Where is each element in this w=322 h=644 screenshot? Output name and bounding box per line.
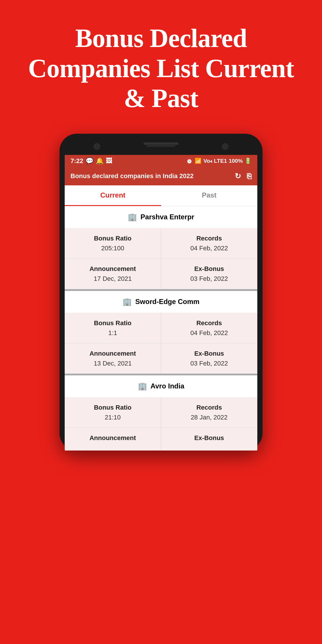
company-block-2: 🏢 Avro India Bonus Ratio 21:10 Records 2…: [65, 375, 257, 451]
app-bar-icons: ↻ ⎘: [235, 172, 252, 181]
label-exbonus-0: Ex-Bonus: [168, 265, 250, 273]
wifi-icon: 📶: [195, 158, 202, 164]
value-announcement-0: 17 Dec, 2021: [72, 275, 154, 283]
value-exbonus-1: 03 Feb, 2022: [168, 360, 250, 367]
cell-bonus-ratio-label-0: Bonus Ratio 205:100: [65, 228, 161, 258]
status-right: ⏰ 📶 Vo₄ LTE1 100% 🔋: [186, 158, 252, 164]
cell-records-1: Records 04 Feb, 2022: [161, 313, 257, 343]
status-time: 7:22: [70, 157, 83, 165]
app-bar: Bonus declared companies in India 2022 ↻…: [65, 167, 257, 185]
network-label: Vo₄ LTE1: [203, 158, 227, 164]
label-announcement-2: Announcement: [72, 434, 154, 442]
cell-announcement-1: Announcement 13 Dec, 2021: [65, 343, 161, 374]
label-announcement-0: Announcement: [72, 265, 154, 273]
value-bonus-ratio-2: 21:10: [72, 414, 154, 421]
value-records-1: 04 Feb, 2022: [168, 329, 250, 337]
building-icon-1: 🏢: [122, 297, 132, 306]
alarm-icon: ⏰: [186, 158, 193, 164]
value-bonus-ratio-0: 205:100: [72, 245, 154, 252]
company-header-1: 🏢 Sword-Edge Comm: [65, 291, 257, 313]
label-records-1: Records: [168, 319, 250, 327]
company-block-0: 🏢 Parshva Enterpr Bonus Ratio 205:100 Re…: [65, 206, 257, 291]
building-icon-0: 🏢: [128, 213, 137, 222]
company-block-1: 🏢 Sword-Edge Comm Bonus Ratio 1:1 Record…: [65, 291, 257, 375]
label-bonus-ratio-1: Bonus Ratio: [72, 319, 154, 327]
cell-bonus-ratio-label-2: Bonus Ratio 21:10: [65, 397, 161, 428]
value-announcement-1: 13 Dec, 2021: [72, 360, 154, 367]
company-header-2: 🏢 Avro India: [65, 375, 257, 397]
cell-records-2: Records 28 Jan, 2022: [161, 397, 257, 428]
data-grid-0: Bonus Ratio 205:100 Records 04 Feb, 2022…: [65, 228, 257, 289]
cell-exbonus-0: Ex-Bonus 03 Feb, 2022: [161, 258, 257, 289]
value-bonus-ratio-1: 1:1: [72, 329, 154, 337]
phone-camera-left: [94, 143, 100, 150]
building-icon-2: 🏢: [138, 382, 147, 391]
value-records-2: 28 Jan, 2022: [168, 414, 250, 421]
company-name-2: Avro India: [151, 382, 184, 390]
label-bonus-ratio-2: Bonus Ratio: [72, 404, 154, 411]
hero-title: Bonus Declared Companies List Current & …: [17, 23, 305, 113]
share-icon[interactable]: ⎘: [247, 172, 252, 181]
cell-exbonus-1: Ex-Bonus 03 Feb, 2022: [161, 343, 257, 374]
phone-speaker: [146, 144, 176, 147]
value-records-0: 04 Feb, 2022: [168, 245, 250, 252]
tab-current[interactable]: Current: [65, 185, 161, 206]
company-header-0: 🏢 Parshva Enterpr: [65, 206, 257, 228]
hero-section: Bonus Declared Companies List Current & …: [0, 0, 322, 131]
label-exbonus-2: Ex-Bonus: [168, 434, 250, 442]
label-announcement-1: Announcement: [72, 350, 154, 357]
phone-notch-bar: [65, 139, 257, 155]
battery-icon: 🔋: [245, 158, 252, 164]
cell-bonus-ratio-label-1: Bonus Ratio 1:1: [65, 313, 161, 343]
label-exbonus-1: Ex-Bonus: [168, 350, 250, 357]
refresh-icon[interactable]: ↻: [235, 172, 241, 181]
value-exbonus-0: 03 Feb, 2022: [168, 275, 250, 283]
company-name-1: Sword-Edge Comm: [135, 298, 199, 306]
phone-camera-right: [222, 143, 228, 150]
cell-exbonus-2: Ex-Bonus: [161, 428, 257, 451]
label-records-2: Records: [168, 404, 250, 411]
data-grid-1: Bonus Ratio 1:1 Records 04 Feb, 2022 Ann…: [65, 313, 257, 374]
tab-past[interactable]: Past: [161, 185, 257, 206]
app-title: Bonus declared companies in India 2022: [70, 172, 193, 180]
cell-announcement-2: Announcement: [65, 428, 161, 451]
notification-icon: 🔔: [96, 157, 104, 165]
label-records-0: Records: [168, 235, 250, 242]
phone-outer: 7:22 💬 🔔 🖼 ⏰ 📶 Vo₄ LTE1 100% 🔋 Bonus dec…: [59, 134, 263, 451]
status-bar: 7:22 💬 🔔 🖼 ⏰ 📶 Vo₄ LTE1 100% 🔋: [65, 155, 257, 167]
cell-records-0: Records 04 Feb, 2022: [161, 228, 257, 258]
phone-screen: 7:22 💬 🔔 🖼 ⏰ 📶 Vo₄ LTE1 100% 🔋 Bonus dec…: [65, 155, 257, 451]
cell-announcement-0: Announcement 17 Dec, 2021: [65, 258, 161, 289]
tabs-row: Current Past: [65, 185, 257, 206]
gallery-icon: 🖼: [106, 157, 112, 165]
whatsapp-icon: 💬: [86, 157, 93, 165]
label-bonus-ratio-0: Bonus Ratio: [72, 235, 154, 242]
company-name-0: Parshva Enterpr: [140, 213, 194, 221]
data-grid-2: Bonus Ratio 21:10 Records 28 Jan, 2022 A…: [65, 397, 257, 451]
status-left: 7:22 💬 🔔 🖼: [70, 157, 112, 165]
phone-wrapper: 7:22 💬 🔔 🖼 ⏰ 📶 Vo₄ LTE1 100% 🔋 Bonus dec…: [0, 131, 322, 451]
battery-label: 100%: [229, 158, 243, 164]
